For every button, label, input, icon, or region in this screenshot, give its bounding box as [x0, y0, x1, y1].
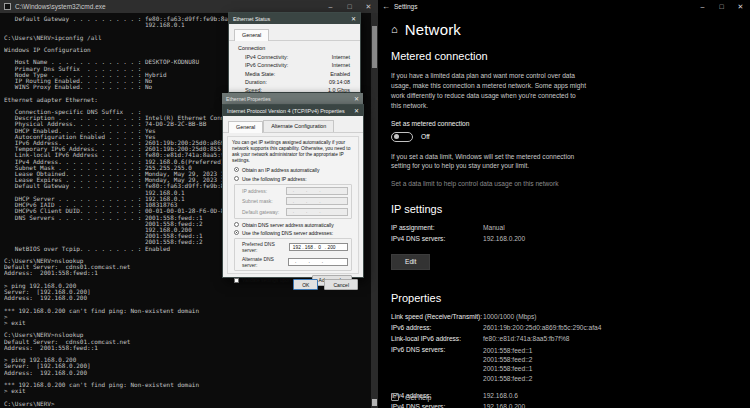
settings-window-title: Settings: [394, 3, 418, 10]
status-row-ipv4-connectivity: IPv4 Connectivity: Internet: [245, 54, 350, 60]
property-value: 192.168.0.200: [483, 403, 606, 408]
ethernet-status-close-icon[interactable]: ✕: [347, 15, 356, 22]
data-limit-note: If you set a data limit, Windows will se…: [391, 152, 587, 172]
alternate-dns-input[interactable]: . . .: [288, 258, 348, 266]
metered-toggle-label: Set as metered connection: [391, 120, 593, 127]
property-value: 2601:19b:200:25d0:a869:fb5c:290c:afa4: [483, 324, 606, 331]
ethernet-properties-close-icon[interactable]: ✕: [350, 95, 359, 102]
cancel-button[interactable]: Cancel: [324, 279, 358, 290]
set-data-limit-link[interactable]: Set a data limit to help control data us…: [391, 180, 593, 187]
ipv4-properties-close-icon[interactable]: ✕: [350, 107, 359, 114]
ip-settings-heading: IP settings: [391, 203, 593, 215]
checkbox-unchecked-icon[interactable]: [234, 278, 239, 283]
validate-settings-checkbox[interactable]: Validate settings upon exit: [234, 277, 300, 283]
cmd-scrollbar-thumb[interactable]: [372, 26, 377, 68]
ipv4-dns-label: IPv4 DNS servers:: [391, 235, 483, 242]
ethernet-status-titlebar[interactable]: Ethernet Status ✕: [229, 13, 360, 24]
edit-button[interactable]: Edit: [391, 254, 430, 270]
settings-titlebar[interactable]: ← Settings – □ ✕: [378, 0, 750, 13]
radio-obtain-dns-automatically[interactable]: Obtain DNS server address automatically: [234, 222, 354, 228]
cmd-close-button[interactable]: ✕: [359, 0, 378, 13]
radio-unselected-icon[interactable]: [234, 222, 239, 227]
settings-window: ← Settings – □ ✕ ⌂ Network Metered conne…: [378, 0, 750, 408]
ok-button[interactable]: OK: [293, 279, 318, 290]
subnet-mask-row: Subnet mask: . . .: [242, 197, 348, 205]
connection-group-label: Connection: [238, 45, 360, 51]
metered-connection-heading: Metered connection: [391, 50, 593, 62]
property-label: IPv6 DNS servers:: [391, 346, 483, 383]
dns-fields-group: Preferred DNS server: 192 . 168 . 0 . 20…: [234, 238, 352, 271]
cmd-scrollbar-down-button[interactable]: [372, 399, 377, 406]
radio-use-following-dns[interactable]: Use the following DNS server addresses:: [234, 230, 354, 236]
property-value: 2001:558:feed::1 2001:558:feed::2 2001:5…: [483, 346, 606, 383]
toggle-knob: [394, 134, 399, 139]
settings-minimize-button[interactable]: –: [693, 0, 712, 13]
property-value: fe80::e81d:741a:8aa5:fb7f%8: [483, 335, 606, 342]
properties-heading: Properties: [391, 292, 593, 304]
radio-obtain-ip-automatically[interactable]: Obtain an IP address automatically: [234, 167, 354, 173]
subnet-mask-input[interactable]: . . .: [286, 197, 348, 205]
back-arrow-icon[interactable]: ←: [378, 2, 394, 11]
alternate-dns-row: Alternate DNS server: . . .: [242, 256, 348, 268]
ipv4-properties-title: Internet Protocol Version 4 (TCP/IPv4) P…: [227, 108, 345, 114]
radio-selected-icon[interactable]: [234, 230, 239, 235]
ethernet-properties-titlebar[interactable]: Ethernet Properties ✕: [222, 93, 363, 104]
ethernet-status-title: Ethernet Status: [233, 16, 270, 22]
ip-assignment-label: IP assignment:: [391, 224, 483, 231]
status-row-ipv6-connectivity: IPv6 Connectivity: Internet: [245, 62, 350, 68]
settings-close-button[interactable]: ✕: [731, 0, 750, 13]
page-title: Network: [405, 21, 461, 38]
ip-address-input[interactable]: . . .: [286, 187, 348, 195]
ipv4-tab-alternate-configuration[interactable]: Alternate Configuration: [263, 120, 334, 132]
metered-description: If you have a limited data plan and want…: [391, 71, 587, 111]
radio-unselected-icon[interactable]: [234, 176, 239, 181]
ethernet-status-tab-general[interactable]: General: [234, 29, 269, 41]
ipv4-tab-general[interactable]: General: [228, 121, 263, 133]
status-row-media-state: Media State: Enabled: [245, 71, 350, 77]
property-label: Link-local IPv6 address:: [391, 335, 483, 342]
metered-connection-toggle[interactable]: [391, 132, 413, 142]
home-icon: ⌂: [391, 24, 398, 35]
property-label: IPv4 DNS servers:: [391, 403, 483, 408]
settings-maximize-button[interactable]: □: [712, 0, 731, 13]
radio-selected-icon[interactable]: [234, 167, 239, 172]
ip-assignment-value: Manual: [483, 224, 606, 231]
ethernet-properties-title: Ethernet Properties: [226, 96, 271, 102]
preferred-dns-input[interactable]: 192 . 168 . 0 . 200: [289, 243, 348, 251]
cmd-app-icon: [4, 3, 11, 10]
ipv4-intro-text: You can get IP settings assigned automat…: [232, 140, 354, 163]
help-icon: ?: [391, 393, 399, 401]
ipv4-dns-value: 192.168.0.200: [483, 235, 606, 242]
default-gateway-row: Default gateway: . . .: [242, 208, 348, 216]
ethernet-status-dialog: Ethernet Status ✕ General Connection IPv…: [228, 12, 361, 93]
property-value: 192.168.0.6: [483, 392, 606, 399]
ip-address-row: IP address: . . .: [242, 187, 348, 195]
status-row-duration: Duration: 09:14:08: [245, 79, 350, 85]
default-gateway-input[interactable]: . . .: [286, 208, 348, 216]
property-label: IPv6 address:: [391, 324, 483, 331]
ip-fields-group: IP address: . . . Subnet mask: . . . Def…: [234, 184, 352, 219]
cmd-window-title: C:\Windows\system32\cmd.exe: [15, 3, 106, 10]
property-label: Link speed (Receive/Transmit):: [391, 313, 483, 320]
ipv4-properties-titlebar[interactable]: Internet Protocol Version 4 (TCP/IPv4) P…: [223, 105, 363, 116]
property-value: 1000/1000 (Mbps): [483, 313, 606, 320]
cmd-scrollbar[interactable]: [371, 13, 378, 408]
get-help-link[interactable]: ? Get help: [391, 393, 431, 401]
radio-use-following-ip[interactable]: Use the following IP address:: [234, 176, 354, 182]
toggle-state-label: Off: [421, 133, 430, 140]
preferred-dns-row: Preferred DNS server: 192 . 168 . 0 . 20…: [242, 241, 348, 253]
ipv4-properties-dialog: Internet Protocol Version 4 (TCP/IPv4) P…: [222, 104, 364, 278]
